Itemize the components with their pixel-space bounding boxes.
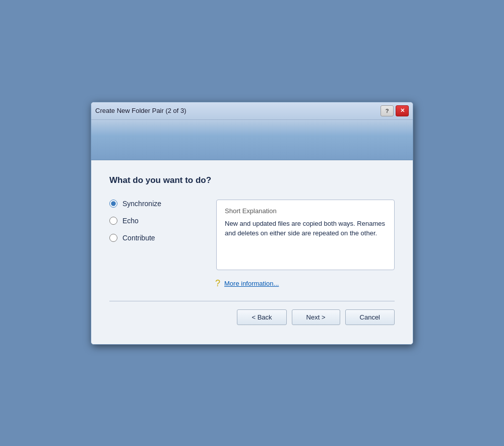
options-area: Synchronize Echo Contribute Short Explan… bbox=[109, 200, 395, 270]
dialog-divider bbox=[109, 301, 395, 301]
dialog-body: What do you want to do? Synchronize Echo… bbox=[91, 160, 413, 344]
window-title: Create New Folder Pair (2 of 3) bbox=[95, 107, 186, 114]
question-heading: What do you want to do? bbox=[109, 175, 395, 185]
close-button[interactable]: ✕ bbox=[396, 105, 409, 116]
label-contribute: Contribute bbox=[122, 234, 155, 242]
option-echo[interactable]: Echo bbox=[109, 217, 200, 225]
option-synchronize[interactable]: Synchronize bbox=[109, 200, 200, 208]
radio-group: Synchronize Echo Contribute bbox=[109, 200, 200, 270]
help-button[interactable]: ? bbox=[381, 105, 394, 116]
label-echo: Echo bbox=[122, 217, 139, 225]
explanation-box: Short Explanation New and updated files … bbox=[216, 200, 395, 270]
radio-synchronize[interactable] bbox=[109, 200, 117, 208]
more-info-area: ? More information... bbox=[109, 278, 395, 289]
next-button[interactable]: Next > bbox=[292, 309, 340, 325]
explanation-title: Short Explanation bbox=[225, 207, 386, 215]
radio-echo[interactable] bbox=[109, 217, 117, 225]
explanation-text: New and updated files are copied both wa… bbox=[225, 219, 386, 238]
cancel-button[interactable]: Cancel bbox=[345, 309, 395, 325]
more-info-link[interactable]: More information... bbox=[224, 280, 279, 287]
header-banner bbox=[91, 120, 413, 160]
title-bar-controls: ? ✕ bbox=[381, 105, 409, 116]
dialog-footer: < Back Next > Cancel bbox=[109, 309, 395, 334]
option-contribute[interactable]: Contribute bbox=[109, 234, 200, 242]
back-button[interactable]: < Back bbox=[237, 309, 286, 325]
question-mark-icon: ? bbox=[215, 278, 220, 289]
dialog-window: Create New Folder Pair (2 of 3) ? ✕ What… bbox=[91, 102, 413, 345]
label-synchronize: Synchronize bbox=[122, 200, 161, 208]
title-bar: Create New Folder Pair (2 of 3) ? ✕ bbox=[91, 102, 413, 120]
radio-contribute[interactable] bbox=[109, 234, 117, 242]
